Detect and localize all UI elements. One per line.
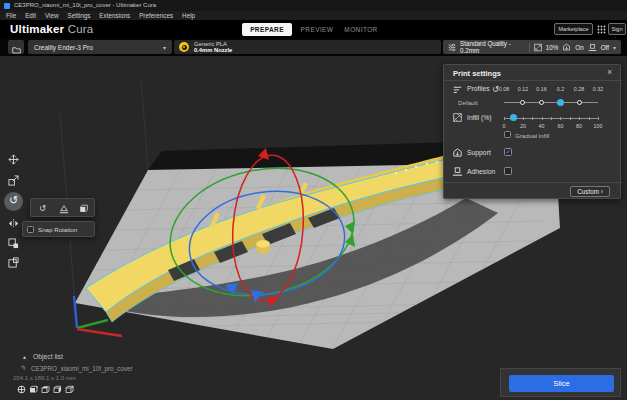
infill-tick: 60 <box>551 123 571 129</box>
profile-tick: 0.16 <box>532 86 552 92</box>
action-panel: Slice <box>500 368 621 397</box>
profile-tick: 0.08 <box>494 86 514 92</box>
cura-window: CE3PRO_xiaomi_mi_10t_pro_cover - Ultimak… <box>0 0 627 400</box>
adhesion-summary: Off <box>601 44 609 51</box>
chevron-down-icon[interactable]: ▾ <box>613 44 616 51</box>
printer-selector[interactable]: Creality Ender-3 Pro ▾ <box>28 40 172 54</box>
menu-edit[interactable]: Edit <box>25 11 36 20</box>
app-header: Ultimaker Cura PREPARE PREVIEW MONITOR M… <box>0 20 627 38</box>
edit-pencil-icon[interactable]: ✎ <box>21 364 26 371</box>
support-blocker-button[interactable] <box>8 257 19 268</box>
chevron-down-icon: ▾ <box>163 44 166 51</box>
snap-rotation-label: Snap Rotation <box>38 226 77 233</box>
menu-bar: File Edit View Settings Extensions Prefe… <box>0 11 627 20</box>
move-tool-button[interactable] <box>8 154 19 165</box>
view-3d-icon[interactable] <box>17 385 26 394</box>
infill-summary: 10% <box>546 44 559 51</box>
tab-monitor[interactable]: MONITOR <box>340 23 382 36</box>
configuration-bar: Creality Ender-3 Pro ▾ Generic PLA 0.4mm… <box>0 38 627 56</box>
rotate-tool-button[interactable]: ↺ <box>9 196 18 205</box>
profile-stop-016[interactable] <box>539 100 544 105</box>
reset-rotation-icon[interactable]: ↺ <box>39 204 46 213</box>
snap-rotation-checkbox[interactable] <box>27 226 34 233</box>
chevron-up-icon[interactable]: ▴ <box>23 353 26 360</box>
support-checkbox[interactable] <box>504 148 512 156</box>
menu-settings[interactable]: Settings <box>68 11 91 20</box>
profile-tick: 0.32 <box>588 86 608 92</box>
gradual-infill-checkbox[interactable] <box>504 131 511 138</box>
scale-tool-button[interactable] <box>8 175 19 186</box>
profile-tick: 0.2 <box>551 86 571 92</box>
support-summary: On <box>575 44 583 51</box>
adhesion-icon <box>588 43 597 52</box>
material-selector[interactable]: Generic PLA 0.4mm Nozzle <box>174 40 441 54</box>
tab-preview[interactable]: PREVIEW <box>296 23 338 36</box>
printer-name: Creality Ender-3 Pro <box>34 44 93 51</box>
close-icon[interactable]: × <box>607 68 612 77</box>
view-top-icon[interactable] <box>41 385 50 394</box>
app-icon <box>4 3 10 9</box>
adhesion-checkbox[interactable] <box>504 167 512 175</box>
menu-preferences[interactable]: Preferences <box>139 11 173 20</box>
view-right-icon[interactable] <box>65 385 74 394</box>
default-profile-label: Default <box>458 99 478 106</box>
infill-slider-handle[interactable] <box>510 114 517 121</box>
material-spool-icon <box>179 42 189 52</box>
infill-slider-track[interactable] <box>504 117 599 120</box>
rotate-tool-panel: ↺ <box>30 198 95 217</box>
print-settings-summary[interactable]: Standard Quality - 0.2mm 10% On Off ▾ <box>443 40 621 54</box>
profile-stop-selected[interactable] <box>557 99 564 106</box>
adhesion-label: Adhesion <box>467 168 495 175</box>
nozzle-size: 0.4mm Nozzle <box>194 47 232 54</box>
object-list-item[interactable]: CE3PRO_xiaomi_mi_10t_pro_cover <box>31 365 133 372</box>
slice-button[interactable]: Slice <box>509 375 614 392</box>
infill-tick: 40 <box>532 123 552 129</box>
align-face-icon[interactable] <box>79 204 89 214</box>
chevron-right-icon: › <box>601 188 603 195</box>
window-titlebar[interactable]: CE3PRO_xiaomi_mi_10t_pro_cover - Ultimak… <box>0 0 627 11</box>
print-settings-panel: Print settings × Profiles ↺ 0.08 0.12 0.… <box>443 64 621 199</box>
infill-icon <box>534 43 542 52</box>
profiles-label: Profiles <box>467 85 490 92</box>
lay-flat-icon[interactable] <box>59 204 69 214</box>
profile-summary: Standard Quality - 0.2mm <box>460 40 525 54</box>
custom-settings-button[interactable]: Custom › <box>570 186 610 197</box>
object-list-header[interactable]: Object list <box>33 353 63 360</box>
brand-light: Cura <box>68 23 94 35</box>
mirror-tool-button[interactable] <box>8 218 19 229</box>
profile-stop-028[interactable] <box>577 100 582 105</box>
window-title: CE3PRO_xiaomi_mi_10t_pro_cover - Ultimak… <box>14 0 156 11</box>
menu-view[interactable]: View <box>45 11 59 20</box>
custom-label: Custom <box>577 188 599 195</box>
infill-label: Infill (%) <box>467 114 492 121</box>
sign-in-button[interactable]: Sign in <box>608 23 626 35</box>
marketplace-button[interactable]: Marketplace <box>554 23 593 35</box>
profile-tick: 0.12 <box>513 86 533 92</box>
profiles-icon <box>453 85 462 94</box>
model-button-top <box>256 240 270 248</box>
support-label: Support <box>467 149 491 156</box>
tab-prepare[interactable]: PREPARE <box>242 23 292 36</box>
infill-tick: 0 <box>494 123 514 129</box>
infill-tick: 20 <box>513 123 533 129</box>
apps-grid-icon[interactable] <box>597 25 606 34</box>
support-icon <box>562 42 571 52</box>
brand-bold: Ultimaker <box>10 23 64 35</box>
folder-icon <box>12 46 21 54</box>
profile-stop-012[interactable] <box>520 100 525 105</box>
infill-icon <box>453 113 462 122</box>
menu-help[interactable]: Help <box>182 11 195 20</box>
print-settings-title: Print settings <box>453 69 501 78</box>
view-left-icon[interactable] <box>53 385 62 394</box>
menu-extensions[interactable]: Extensions <box>99 11 130 20</box>
divider <box>529 43 530 52</box>
snap-rotation-panel: Snap Rotation <box>22 221 95 237</box>
gradual-infill-label: Gradual infill <box>515 132 549 139</box>
open-file-button[interactable] <box>8 40 24 54</box>
view-front-icon[interactable] <box>29 385 38 394</box>
per-model-settings-button[interactable] <box>8 238 19 249</box>
app-logo: Ultimaker Cura <box>10 23 93 35</box>
menu-file[interactable]: File <box>6 11 16 20</box>
profile-slider-track[interactable] <box>504 102 598 103</box>
support-icon <box>452 147 463 158</box>
